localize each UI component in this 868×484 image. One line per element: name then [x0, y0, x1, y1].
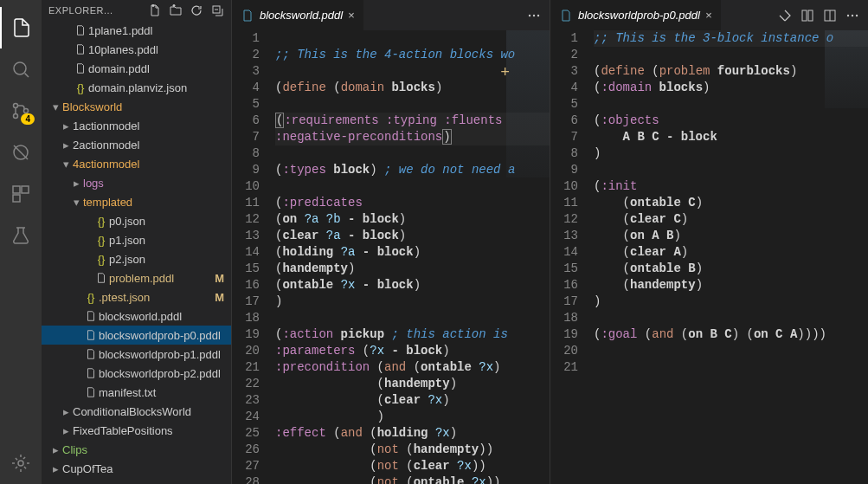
tree-item-label: Blocksworld	[62, 100, 231, 113]
tree-item-label: p0.json	[109, 215, 231, 228]
activity-explorer[interactable]	[0, 7, 42, 48]
tree-item-label: 10planes.pddl	[88, 43, 231, 56]
tree-item[interactable]: {}domain.planviz.json	[42, 78, 231, 97]
chevron-down-icon: ▾	[59, 158, 73, 171]
tree-item-label: domain.pddl	[88, 62, 231, 75]
gear-icon	[10, 453, 31, 474]
tree-item-label: problem.pddl	[109, 272, 215, 285]
tree-item-label: ConditionalBlocksWorld	[73, 405, 231, 418]
tree-item[interactable]: {}.ptest.jsonM	[42, 287, 231, 307]
minimap[interactable]	[825, 30, 868, 108]
diff-icon[interactable]	[800, 9, 814, 23]
chevron-down-icon: ▾	[48, 100, 62, 113]
tree-item-label: FixedTablePositions	[73, 424, 231, 437]
editor-pane-left: blocksworld.pddl × 123456789101112131415…	[231, 0, 550, 484]
tree-item[interactable]: ▾Blocksworld	[42, 97, 231, 116]
code-editor-right[interactable]: 123456789101112131415161718192021 ;; Thi…	[550, 30, 868, 484]
chevron-right-icon: ▸	[48, 462, 62, 475]
chevron-right-icon: ▸	[69, 177, 83, 190]
file-icon	[73, 43, 88, 55]
file-icon	[83, 310, 99, 322]
file-icon	[73, 24, 88, 36]
tree-item-label: blocksworldprob-p0.pddl	[99, 329, 231, 342]
tree-item[interactable]: {}p2.json	[42, 249, 231, 268]
svg-rect-7	[13, 195, 20, 202]
extensions-icon	[10, 184, 31, 204]
tree-item[interactable]: ▸2actionmodel	[42, 135, 231, 154]
activity-search[interactable]	[0, 48, 42, 90]
tab-blocksworld[interactable]: blocksworld.pddl ×	[232, 0, 363, 30]
close-icon[interactable]: ×	[705, 9, 712, 22]
svg-point-18	[856, 14, 858, 16]
search-icon	[10, 59, 31, 80]
file-icon	[73, 62, 88, 74]
svg-point-0	[14, 62, 26, 74]
editor-pane-right: blocksworldprob-p0.pddl × 12345678910111…	[550, 0, 868, 484]
tree-item[interactable]: domain.pddl	[42, 59, 231, 78]
svg-rect-13	[802, 10, 807, 21]
tree-item-label: Clips	[62, 443, 231, 456]
new-file-icon[interactable]	[148, 3, 162, 17]
tree-item[interactable]: ▸FixedTablePositions	[42, 421, 231, 440]
tab-bar-right: blocksworldprob-p0.pddl ×	[550, 0, 868, 30]
tree-item-label: templated	[83, 196, 231, 209]
activity-debug[interactable]	[0, 132, 42, 173]
svg-point-1	[14, 104, 18, 108]
tree-item[interactable]: problem.pddlM	[42, 268, 231, 287]
tree-item[interactable]: ▸CupOfTea	[42, 459, 231, 478]
activity-extensions[interactable]	[0, 173, 42, 215]
modified-badge: M	[215, 291, 231, 304]
svg-point-11	[533, 14, 535, 16]
activity-settings[interactable]	[0, 442, 42, 484]
tree-item[interactable]: 1plane1.pddl	[42, 21, 231, 40]
tree-item[interactable]: 10planes.pddl	[42, 40, 231, 59]
svg-rect-6	[22, 186, 29, 193]
chevron-right-icon: ▸	[48, 443, 62, 456]
file-icon	[93, 272, 109, 284]
tree-item[interactable]: ▸ConditionalBlocksWorld	[42, 402, 231, 421]
file-tree[interactable]: 1plane1.pddl10planes.pddldomain.pddl{}do…	[42, 21, 231, 484]
tree-item-label: 4actionmodel	[73, 158, 231, 171]
run-icon[interactable]	[778, 9, 792, 23]
more-icon[interactable]	[845, 9, 859, 23]
activity-test[interactable]	[0, 215, 42, 256]
tree-item-label: 1plane1.pddl	[88, 24, 231, 37]
activity-scm[interactable]: 4	[0, 90, 42, 132]
chevron-down-icon: ▾	[69, 196, 83, 209]
tree-item[interactable]: {}p0.json	[42, 211, 231, 230]
tree-item[interactable]: manifest.txt	[42, 383, 231, 402]
tree-item[interactable]: ▾templated	[42, 192, 231, 211]
minimap[interactable]	[506, 30, 550, 177]
collapse-all-icon[interactable]	[210, 3, 224, 17]
new-folder-icon[interactable]	[169, 3, 183, 17]
tree-item[interactable]: ▸Domains	[42, 478, 231, 484]
split-icon[interactable]	[823, 9, 837, 23]
chevron-right-icon: ▸	[48, 481, 62, 485]
more-icon[interactable]	[527, 9, 541, 23]
file-icon	[83, 348, 99, 360]
tree-item[interactable]: ▾4actionmodel	[42, 154, 231, 173]
close-icon[interactable]: ×	[348, 9, 355, 22]
scm-badge: 4	[21, 113, 35, 125]
chevron-right-icon: ▸	[59, 405, 73, 418]
tab-bar-left: blocksworld.pddl ×	[232, 0, 550, 30]
svg-point-8	[18, 461, 23, 466]
tree-item-label: CupOfTea	[62, 462, 231, 475]
refresh-icon[interactable]	[190, 3, 203, 17]
modified-badge: M	[215, 272, 231, 285]
svg-point-2	[14, 114, 18, 119]
tab-blocksworldprob[interactable]: blocksworldprob-p0.pddl ×	[550, 0, 721, 30]
sidebar-header: EXPLORER...	[42, 0, 231, 21]
tree-item[interactable]: ▸1actionmodel	[42, 116, 231, 135]
explorer-sidebar: EXPLORER... 1plane1.pddl10planes.pddldom…	[42, 0, 231, 484]
tree-item[interactable]: {}p1.json	[42, 230, 231, 249]
tree-item[interactable]: ▸Clips	[42, 440, 231, 459]
code-editor-left[interactable]: 1234567891011121314151617181920212223242…	[232, 30, 550, 484]
json-icon: {}	[83, 291, 99, 304]
tree-item[interactable]: blocksworldprob-p2.pddl	[42, 364, 231, 383]
tree-item[interactable]: ▸logs	[42, 173, 231, 192]
tree-item[interactable]: blocksworld.pddl	[42, 307, 231, 326]
tree-item[interactable]: blocksworldprob-p1.pddl	[42, 345, 231, 364]
tree-item[interactable]: blocksworldprob-p0.pddl	[42, 326, 231, 345]
sidebar-title: EXPLORER...	[48, 5, 148, 16]
